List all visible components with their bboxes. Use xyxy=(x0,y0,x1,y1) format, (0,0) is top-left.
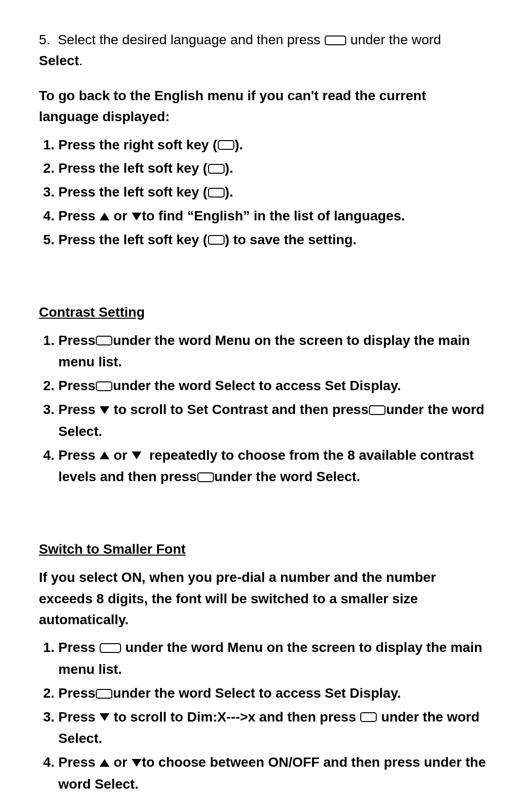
list-item: Press the left soft key () to save the s… xyxy=(58,229,486,251)
switch-font-para: If you select ON, when you pre-dial a nu… xyxy=(39,567,486,630)
softkey-icon xyxy=(325,36,346,45)
back-to-english-intro: To go back to the English menu if you ca… xyxy=(39,85,486,127)
softkey-icon-s1 xyxy=(100,643,121,653)
tri-up-icon-c4 xyxy=(100,451,109,459)
intro-step5: 5. Select the desired language and then … xyxy=(39,29,486,72)
list-item: Press to scroll to Set Contrast and then… xyxy=(58,399,486,443)
list-item: Pressunder the word Menu on the screen t… xyxy=(58,330,486,374)
list-item: Press the left soft key (). xyxy=(58,181,486,203)
list-item: Press or repeatedly to choose from the 8… xyxy=(58,445,486,488)
left-softkey-icon-3 xyxy=(208,235,225,245)
softkey-icon-s2 xyxy=(96,689,112,699)
softkey-icon-c2 xyxy=(96,381,112,391)
softkey-icon-c4 xyxy=(197,472,214,482)
left-softkey-icon-2 xyxy=(208,188,225,198)
list-item: Pressunder the word Select to access Set… xyxy=(58,375,486,397)
contrast-setting-heading: Contrast Setting xyxy=(39,305,486,320)
switch-font-heading: Switch to Smaller Font xyxy=(39,541,486,557)
list-item: Pressunder the word Select to access Set… xyxy=(58,683,486,704)
softkey-icon-c1 xyxy=(96,336,112,345)
tri-down-icon xyxy=(132,213,141,220)
tri-up-icon-s4 xyxy=(100,759,109,767)
list-item: Press to scroll to Dim:X--->x and then p… xyxy=(58,706,486,750)
page-content: 5. Select the desired language and then … xyxy=(39,29,486,812)
list-item: Press or to find “English” in the list o… xyxy=(58,205,486,227)
softkey-icon-c3 xyxy=(369,405,385,415)
list-item: Press or to choose between ON/OFF and th… xyxy=(58,752,486,795)
right-softkey-icon xyxy=(218,140,234,150)
left-softkey-icon xyxy=(208,164,225,174)
list-item: Press under the word Menu on the screen … xyxy=(58,637,486,681)
back-to-english-list: Press the right soft key (). Press the l… xyxy=(58,134,486,251)
tri-up-icon xyxy=(100,213,109,220)
list-item: Press the left soft key (). xyxy=(58,158,486,180)
list-item: Press the right soft key (). xyxy=(58,134,486,156)
softkey-icon-s3 xyxy=(360,712,377,722)
tri-down-icon-c4 xyxy=(132,451,141,459)
switch-font-list: Press under the word Menu on the screen … xyxy=(58,637,486,795)
tri-down-icon-s4 xyxy=(132,759,141,767)
tri-down-icon-s3 xyxy=(100,713,109,721)
tri-down-icon-c3 xyxy=(100,406,109,414)
contrast-steps-list: Pressunder the word Menu on the screen t… xyxy=(58,330,486,488)
